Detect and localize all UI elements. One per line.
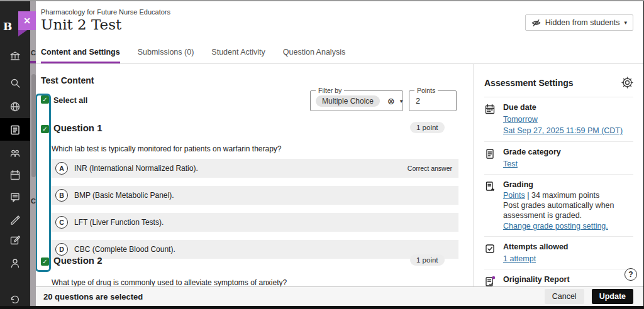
select-all-checkbox[interactable]: ✓ bbox=[41, 95, 49, 104]
correct-answer-tag: Correct answer bbox=[408, 165, 452, 172]
question-1-checkbox[interactable]: ✓ bbox=[41, 125, 49, 133]
ghost-tab-underline bbox=[30, 61, 36, 63]
history-icon[interactable] bbox=[9, 294, 21, 305]
tools-icon[interactable] bbox=[9, 234, 21, 246]
answer-row-d: D CBC (Complete Blood Count). bbox=[49, 240, 458, 259]
due-date-label: Due date bbox=[503, 103, 633, 112]
update-button[interactable]: Update bbox=[592, 289, 633, 304]
grading-post-text: Post grades automatically when assessmen… bbox=[503, 201, 614, 220]
grading-icon bbox=[484, 180, 497, 231]
filter-chip: Multiple Choice bbox=[316, 95, 380, 107]
points-legend: Points bbox=[414, 87, 438, 94]
assessment-settings-panel: Assessment Settings Due date Tomorrow Sa… bbox=[474, 64, 643, 286]
grade-category-label: Grade category bbox=[503, 148, 633, 156]
answer-text-d: CBC (Complete Blood Count). bbox=[74, 245, 175, 254]
answer-row-a: A INR (International Normalized Ratio). … bbox=[49, 159, 458, 178]
ghost-tab-fragment: C bbox=[31, 49, 36, 57]
points-field[interactable]: Points 2 bbox=[409, 90, 457, 111]
test-content-area: Test Content ✓ Select all Filter by Mult… bbox=[36, 64, 474, 286]
answer-letter-d: D bbox=[55, 243, 68, 256]
page-title: Unit 2 Test bbox=[41, 16, 121, 33]
question-1-points-badge: 1 point bbox=[410, 122, 445, 133]
answer-letter-c: C bbox=[55, 216, 68, 229]
filter-by-field[interactable]: Filter by Multiple Choice ⊗ ▾ bbox=[310, 90, 403, 111]
grading-label: Grading bbox=[503, 180, 633, 189]
ghost-content-card bbox=[31, 74, 36, 177]
select-all-label: Select all bbox=[53, 96, 87, 105]
attempts-link[interactable]: 1 attempt bbox=[503, 254, 536, 264]
tab-student-activity[interactable]: Student Activity bbox=[211, 48, 265, 63]
messages-icon[interactable] bbox=[9, 192, 21, 203]
help-icon[interactable]: ? bbox=[625, 268, 637, 281]
hidden-eye-icon bbox=[531, 18, 541, 28]
due-date-full-link[interactable]: Sat Sep 27, 2025 11:59 PM (CDT) bbox=[503, 126, 623, 136]
visibility-label: Hidden from students bbox=[545, 18, 620, 27]
profile-icon[interactable] bbox=[9, 258, 21, 269]
question-2-title: Question 2 bbox=[53, 255, 103, 266]
due-date-tomorrow-link[interactable]: Tomorrow bbox=[503, 114, 538, 124]
blackboard-logo: B bbox=[3, 20, 12, 33]
question-2-checkbox[interactable]: ✓ bbox=[41, 258, 49, 266]
due-date-section: Due date Tomorrow Sat Sep 27, 2025 11:59… bbox=[484, 97, 633, 142]
attempts-label: Attempts allowed bbox=[503, 242, 633, 251]
course-breadcrumb: Pharmacology for Future Nurse Educators bbox=[41, 8, 170, 16]
question-1-text: Which lab test is typically monitored fo… bbox=[52, 144, 282, 153]
filter-clear-icon[interactable]: ⊗ bbox=[387, 96, 395, 106]
grading-points-link[interactable]: Points bbox=[503, 190, 525, 200]
tab-content-and-settings[interactable]: Content and Settings bbox=[41, 48, 120, 63]
courses-icon[interactable] bbox=[9, 124, 21, 136]
cancel-button[interactable]: Cancel bbox=[545, 289, 584, 304]
grade-category-link[interactable]: Test bbox=[503, 159, 518, 169]
question-2-text: What type of drug is commonly used to al… bbox=[52, 278, 287, 286]
attempts-section: Attempts allowed 1 attempt bbox=[484, 237, 633, 269]
close-panel-button[interactable]: ✕ bbox=[18, 11, 36, 30]
question-2-points-badge: 1 point bbox=[410, 254, 445, 266]
filter-caret-icon[interactable]: ▾ bbox=[400, 98, 403, 104]
calendar-icon bbox=[484, 103, 497, 136]
tab-submissions[interactable]: Submissions (0) bbox=[138, 48, 194, 63]
tab-bar: Content and Settings Submissions (0) Stu… bbox=[36, 48, 643, 64]
answer-row-b: B BMP (Basic Metabolic Panel). bbox=[49, 186, 458, 205]
calendar-nav-icon[interactable] bbox=[9, 170, 21, 181]
grading-posting-link[interactable]: Change grade posting setting. bbox=[503, 221, 608, 231]
answer-letter-b: B bbox=[55, 189, 68, 202]
filter-by-legend: Filter by bbox=[316, 87, 344, 94]
ghost-content-fragment: C bbox=[31, 197, 36, 205]
bottom-action-bar: 20 questions are selected Cancel Update bbox=[36, 286, 643, 306]
globe-icon[interactable] bbox=[9, 101, 21, 112]
originality-label: Originality Report bbox=[503, 275, 633, 284]
tab-question-analysis[interactable]: Question Analysis bbox=[283, 48, 345, 63]
answer-text-a: INR (International Normalized Ratio). bbox=[74, 164, 198, 173]
grading-points-rest: | 34 maximum points bbox=[525, 191, 600, 200]
answer-row-c: C LFT (Liver Function Tests). bbox=[49, 213, 458, 232]
grade-category-icon bbox=[484, 148, 497, 169]
visibility-dropdown[interactable]: Hidden from students ▾ bbox=[525, 14, 633, 31]
answer-text-c: LFT (Liver Function Tests). bbox=[74, 218, 164, 227]
search-icon[interactable] bbox=[9, 77, 21, 89]
answer-text-b: BMP (Basic Metabolic Panel). bbox=[74, 191, 174, 200]
points-value: 2 bbox=[414, 97, 420, 106]
assessment-settings-heading: Assessment Settings bbox=[484, 78, 574, 88]
originality-report-icon bbox=[484, 275, 497, 286]
base-navigation-sidebar: B bbox=[0, 1, 30, 306]
close-button-fold bbox=[18, 30, 27, 36]
grading-section: Grading Points | 34 maximum points Post … bbox=[484, 175, 633, 237]
test-content-heading: Test Content bbox=[41, 75, 94, 85]
app-window: B bbox=[0, 0, 644, 309]
selection-status: 20 questions are selected bbox=[43, 292, 143, 301]
answer-letter-a: A bbox=[55, 162, 68, 175]
grade-category-section: Grade category Test bbox=[484, 142, 633, 175]
question-1-title: Question 1 bbox=[53, 122, 103, 133]
chevron-down-icon: ▾ bbox=[624, 19, 627, 26]
attempts-allowed-icon bbox=[484, 242, 497, 264]
organizations-icon[interactable] bbox=[9, 148, 21, 159]
originality-section: Originality Report Enable SafeAssign bbox=[484, 269, 633, 286]
test-panel: ✕ Pharmacology for Future Nurse Educator… bbox=[36, 1, 643, 306]
gear-icon[interactable] bbox=[621, 77, 633, 89]
institution-icon[interactable] bbox=[9, 50, 21, 62]
grades-icon[interactable] bbox=[9, 214, 21, 225]
dimmed-page-strip: C C bbox=[30, 1, 36, 306]
